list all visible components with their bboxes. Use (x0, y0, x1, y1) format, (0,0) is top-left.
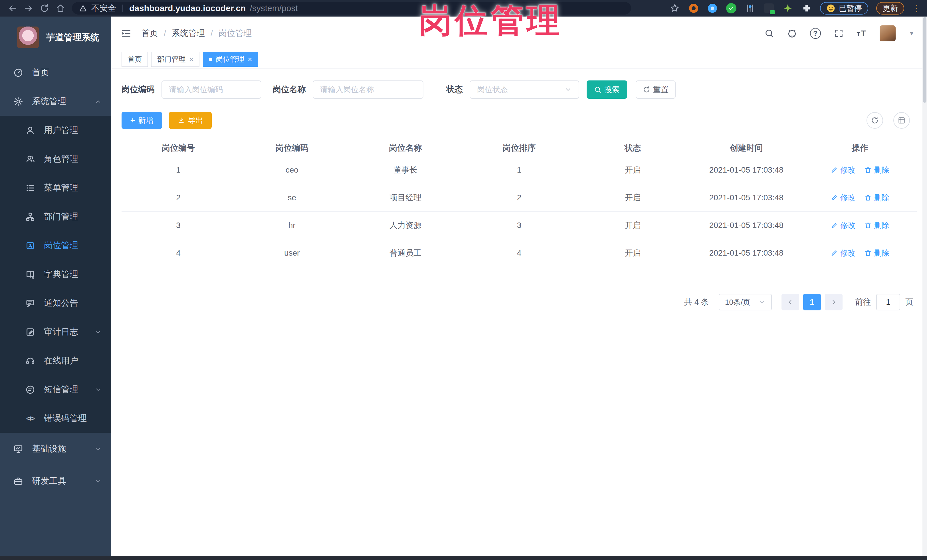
close-icon[interactable]: × (189, 56, 193, 63)
app-logo-row[interactable]: 芋道管理系统 (0, 17, 111, 58)
sidebar-item-home[interactable]: 首页 (0, 58, 111, 87)
chevron-down-icon[interactable]: ▼ (909, 30, 915, 37)
page-scrollbar[interactable] (922, 17, 927, 556)
extensions-puzzle-icon[interactable] (801, 3, 812, 14)
update-button[interactable]: 更新 (876, 2, 904, 15)
edit-link[interactable]: 修改 (831, 248, 856, 258)
avatar[interactable] (880, 26, 896, 41)
active-dot (209, 58, 212, 61)
status-select[interactable]: 岗位状态 (470, 80, 579, 99)
sidebar-item-notices[interactable]: 通知公告 (0, 289, 111, 317)
cell-id: 4 (122, 249, 235, 258)
breadcrumb-system[interactable]: 系统管理 (172, 28, 205, 39)
search-button[interactable]: 搜索 (587, 80, 627, 99)
extension-pin-icon[interactable] (707, 3, 718, 14)
sidebar-item-sms[interactable]: 短信管理 (0, 375, 111, 404)
extension-check-icon[interactable] (726, 3, 737, 14)
home-icon[interactable] (53, 1, 68, 16)
sidebar-item-users[interactable]: 用户管理 (0, 116, 111, 145)
breadcrumb-home[interactable]: 首页 (141, 28, 158, 39)
page-size-label: 10条/页 (725, 297, 750, 307)
table-row: 2 se 项目经理 2 开启 2021-01-05 17:03:48 修改 (122, 184, 917, 212)
sidebar-item-infrastructure[interactable]: 基础设施 (0, 434, 111, 463)
tab-label: 首页 (128, 55, 142, 64)
post-code-input[interactable] (161, 80, 261, 99)
chevron-down-icon (564, 86, 572, 93)
sidebar-item-error-codes[interactable]: </> 错误码管理 (0, 404, 111, 433)
delete-link[interactable]: 删除 (864, 248, 889, 258)
sidebar-item-system[interactable]: 系统管理 (0, 87, 111, 116)
delete-link[interactable]: 删除 (864, 220, 889, 231)
column-header: 岗位名称 (349, 143, 462, 154)
sidebar-item-devtools[interactable]: 研发工具 (0, 467, 111, 496)
cell-code: user (235, 249, 349, 258)
extension-crx-icon[interactable] (763, 3, 774, 14)
browser-menu-icon[interactable]: ⋮ (912, 4, 921, 13)
chevron-down-icon (95, 446, 102, 452)
post-name-label: 岗位名称 (273, 84, 306, 95)
column-settings-icon[interactable] (894, 112, 910, 129)
reload-icon[interactable] (36, 1, 53, 16)
reset-button[interactable]: 重置 (636, 80, 676, 99)
delete-link[interactable]: 删除 (864, 165, 889, 175)
sidebar-item-roles[interactable]: 角色管理 (0, 145, 111, 173)
goto-page-input[interactable] (876, 294, 900, 310)
scrollbar-thumb[interactable] (923, 17, 926, 103)
delete-link[interactable]: 删除 (864, 193, 889, 203)
gear-icon (13, 96, 23, 107)
help-icon[interactable]: ? (810, 28, 821, 39)
tab-posts[interactable]: 岗位管理 × (203, 52, 258, 67)
add-button[interactable]: + 新增 (122, 112, 162, 129)
page-size-select[interactable]: 10条/页 (719, 294, 772, 310)
export-button[interactable]: 导出 (169, 112, 212, 129)
cell-created: 2021-01-05 17:03:48 (690, 193, 803, 202)
table-toolbar: + 新增 导出 (122, 112, 917, 129)
cell-created: 2021-01-05 17:03:48 (690, 249, 803, 258)
sidebar-item-label: 用户管理 (44, 124, 78, 136)
page-1-button[interactable]: 1 (803, 294, 821, 310)
cell-code: se (235, 193, 349, 202)
dashboard-icon (13, 68, 23, 78)
post-name-input[interactable] (313, 80, 423, 99)
trash-icon (864, 166, 872, 174)
tag-view-bar: 首页 部门管理 × 岗位管理 × (111, 50, 927, 68)
github-icon[interactable] (787, 29, 797, 38)
sidebar-collapse-icon[interactable] (120, 28, 132, 39)
close-icon[interactable]: × (248, 56, 252, 63)
fullscreen-icon[interactable] (834, 29, 844, 38)
refresh-icon[interactable] (866, 112, 883, 129)
back-icon[interactable] (5, 1, 21, 16)
sidebar-item-departments[interactable]: 部门管理 (0, 202, 111, 231)
tab-home[interactable]: 首页 (122, 52, 148, 67)
bookmark-star-icon[interactable] (669, 3, 680, 14)
extension-sparkle-icon[interactable] (782, 3, 793, 14)
extension-sliders-icon[interactable] (745, 3, 755, 14)
sidebar-item-label: 基础设施 (32, 443, 66, 455)
sidebar-item-audit-log[interactable]: 审计日志 (0, 317, 111, 346)
page-content: 岗位编码 岗位名称 状态 岗位状态 搜索 (111, 68, 927, 556)
tab-departments[interactable]: 部门管理 × (151, 52, 199, 67)
cell-status: 开启 (576, 247, 690, 258)
paused-badge[interactable]: 已暂停 (820, 2, 868, 15)
next-page-button[interactable] (825, 294, 843, 310)
forward-icon[interactable] (21, 1, 36, 16)
table-settings (866, 112, 917, 129)
cell-code: ceo (235, 165, 349, 175)
edit-link[interactable]: 修改 (831, 193, 856, 203)
search-icon[interactable] (764, 29, 774, 38)
chevron-up-icon (95, 98, 102, 105)
app-logo (17, 27, 39, 48)
sidebar-item-online-users[interactable]: 在线用户 (0, 346, 111, 375)
edit-link[interactable]: 修改 (831, 220, 856, 231)
sidebar-item-menus[interactable]: 菜单管理 (0, 173, 111, 202)
header-actions: ? TT ▼ (764, 26, 915, 41)
tab-label: 部门管理 (157, 55, 186, 64)
list-icon (25, 183, 35, 193)
sidebar-item-posts[interactable]: 岗位管理 (0, 231, 111, 260)
sidebar-item-dicts[interactable]: 字典管理 (0, 260, 111, 289)
prev-page-button[interactable] (781, 294, 799, 310)
extension-orange-icon[interactable] (688, 3, 699, 14)
font-size-icon[interactable]: TT (857, 29, 867, 38)
edit-link[interactable]: 修改 (831, 165, 856, 175)
screen: 不安全 dashboard.yudao.iocoder.cn/system/po… (0, 0, 927, 560)
